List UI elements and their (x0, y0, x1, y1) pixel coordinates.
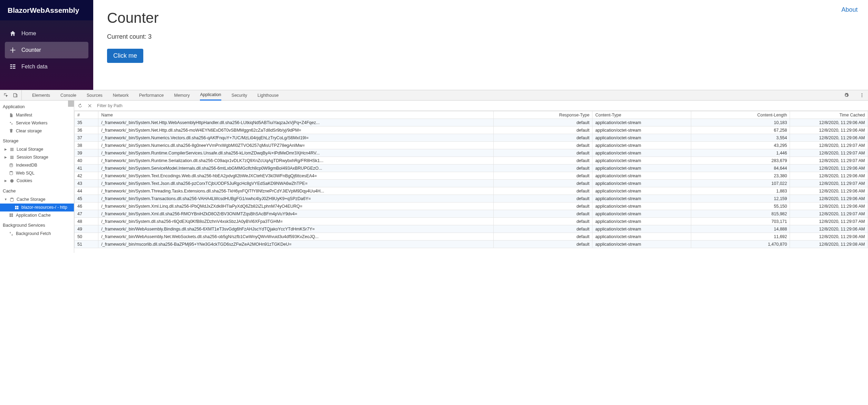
table-row[interactable]: 48/_framework/_bin/System.dll.sha256-r6Q… (75, 218, 868, 225)
tab-memory[interactable]: Memory (174, 90, 190, 101)
devtools: ElementsConsoleSourcesNetworkPerformance… (0, 90, 868, 253)
table-row[interactable]: 41/_framework/_bin/System.ServiceModel.I… (75, 164, 868, 172)
cell-content-type: application/octet-stream (592, 126, 691, 134)
label: Service Workers (16, 120, 47, 126)
table-row[interactable]: 39/_framework/_bin/System.Runtime.Compil… (75, 149, 868, 157)
cell-content-type: application/octet-stream (592, 149, 691, 157)
cell-response-type: default (494, 142, 592, 149)
tab-lighthouse[interactable]: Lighthouse (258, 90, 279, 101)
table-row[interactable]: 36/_framework/_bin/System.Net.Http.dll.s… (75, 126, 868, 134)
col-content-length[interactable]: Content-Length (691, 111, 790, 119)
cache-table: # Name Response-Type Content-Type Conten… (74, 111, 868, 253)
side-manifest[interactable]: Manifest (0, 111, 74, 119)
side-local-storage[interactable]: ▶Local Storage (0, 145, 74, 153)
cell-time-cached: 12/8/2020, 11:29:06 AM (790, 225, 868, 233)
cell-index: 49 (75, 225, 98, 233)
cell-content-type: application/octet-stream (592, 180, 691, 187)
cell-content-length: 703,171 (691, 218, 790, 225)
side-session-storage[interactable]: ▶Session Storage (0, 153, 74, 161)
tab-performance[interactable]: Performance (139, 90, 164, 101)
nav-item-counter[interactable]: Counter (5, 42, 88, 58)
table-row[interactable]: 51/_framework/_bin/mscorlib.dll.sha256-B… (75, 241, 868, 248)
table-row[interactable]: 43/_framework/_bin/System.Text.Json.dll.… (75, 180, 868, 187)
database-icon (10, 197, 14, 202)
click-me-button[interactable]: Click me (107, 49, 143, 63)
side-service-workers[interactable]: Service Workers (0, 119, 74, 127)
inspect-icon[interactable] (3, 93, 9, 98)
side-cache-storage[interactable]: ▼Cache Storage (0, 196, 74, 204)
table-row[interactable]: 45/_framework/_bin/System.Transactions.d… (75, 195, 868, 202)
cell-time-cached: 12/8/2020, 11:29:06 AM (790, 233, 868, 241)
section-background-services: Background Services (0, 219, 74, 230)
devtools-main: # Name Response-Type Content-Type Conten… (74, 101, 868, 253)
table-row[interactable]: 38/_framework/_bin/System.Numerics.dll.s… (75, 142, 868, 149)
side-clear-storage[interactable]: Clear storage (0, 127, 74, 135)
tab-security[interactable]: Security (232, 90, 247, 101)
table-row[interactable]: 46/_framework/_bin/System.Xml.Linq.dll.s… (75, 202, 868, 210)
cell-index: 41 (75, 164, 98, 172)
tab-network[interactable]: Network (113, 90, 129, 101)
cell-content-length: 23,380 (691, 172, 790, 180)
side-cookies[interactable]: ▶Cookies (0, 177, 74, 185)
database-icon (9, 171, 13, 175)
kebab-icon[interactable] (859, 93, 865, 98)
table-row[interactable]: 40/_framework/_bin/System.Runtime.Serial… (75, 157, 868, 164)
table-row[interactable]: 42/_framework/_bin/System.Text.Encodings… (75, 172, 868, 180)
about-link[interactable]: About (841, 6, 858, 13)
cell-name: /_framework/_bin/mscorlib.dll.sha256-BaZ… (98, 241, 494, 248)
side-indexeddb[interactable]: IndexedDB (0, 161, 74, 169)
cell-response-type: default (494, 210, 592, 218)
col-index[interactable]: # (75, 111, 98, 119)
cell-content-length: 55,150 (691, 202, 790, 210)
nav-item-fetch[interactable]: Fetch data (5, 58, 88, 75)
label: Cache Storage (17, 196, 45, 203)
side-app-cache[interactable]: Application Cache (0, 211, 74, 219)
tab-application[interactable]: Application (200, 90, 221, 101)
tab-sources[interactable]: Sources (87, 90, 103, 101)
cell-content-type: application/octet-stream (592, 218, 691, 225)
expand-icon: ▶ (4, 155, 7, 160)
cell-content-type: application/octet-stream (592, 142, 691, 149)
cell-content-length: 12,159 (691, 195, 790, 202)
table-row[interactable]: 35/_framework/_bin/System.Net.Http.WebAs… (75, 119, 868, 126)
cell-index: 45 (75, 195, 98, 202)
scrollbar-thumb[interactable] (68, 101, 74, 107)
side-cache-entry[interactable]: blazor-resources-/ - http (0, 204, 74, 211)
table-row[interactable]: 44/_framework/_bin/System.Threading.Task… (75, 187, 868, 195)
device-toggle-icon[interactable] (13, 93, 18, 98)
side-websql[interactable]: Web SQL (0, 169, 74, 177)
cell-index: 42 (75, 172, 98, 180)
plus-icon (9, 47, 16, 54)
tab-elements[interactable]: Elements (32, 90, 50, 101)
refresh-icon[interactable] (78, 103, 83, 108)
nav-item-home[interactable]: Home (5, 25, 88, 42)
cell-index: 35 (75, 119, 98, 126)
col-content-type[interactable]: Content-Type (592, 111, 691, 119)
cell-content-length: 14,888 (691, 225, 790, 233)
filter-input[interactable] (97, 103, 865, 108)
cell-response-type: default (494, 134, 592, 142)
label: Manifest (16, 112, 32, 119)
close-icon[interactable] (87, 103, 92, 108)
cell-name: /_framework/_bin/System.Xml.Linq.dll.sha… (98, 202, 494, 210)
cell-content-length: 43,295 (691, 142, 790, 149)
cell-response-type: default (494, 180, 592, 187)
table-row[interactable]: 49/_framework/_bin/WebAssembly.Bindings.… (75, 225, 868, 233)
cell-content-length: 107,022 (691, 180, 790, 187)
tab-console[interactable]: Console (60, 90, 76, 101)
table-row[interactable]: 47/_framework/_bin/System.Xml.dll.sha256… (75, 210, 868, 218)
gear-icon[interactable] (844, 93, 849, 98)
label: Local Storage (17, 146, 43, 153)
col-time-cached[interactable]: Time Cached (790, 111, 868, 119)
cell-content-length: 10,183 (691, 119, 790, 126)
table-icon (10, 155, 14, 160)
cell-time-cached: 12/8/2020, 11:29:07 AM (790, 142, 868, 149)
table-row[interactable]: 37/_framework/_bin/System.Numerics.Vecto… (75, 134, 868, 142)
cell-index: 38 (75, 142, 98, 149)
col-name[interactable]: Name (98, 111, 494, 119)
cell-name: /_framework/_bin/System.Numerics.Vectors… (98, 134, 494, 142)
table-row[interactable]: 50/_framework/_bin/WebAssembly.Net.WebSo… (75, 233, 868, 241)
cell-content-length: 67,258 (691, 126, 790, 134)
col-response-type[interactable]: Response-Type (494, 111, 592, 119)
side-background-fetch[interactable]: Background Fetch (0, 230, 74, 238)
